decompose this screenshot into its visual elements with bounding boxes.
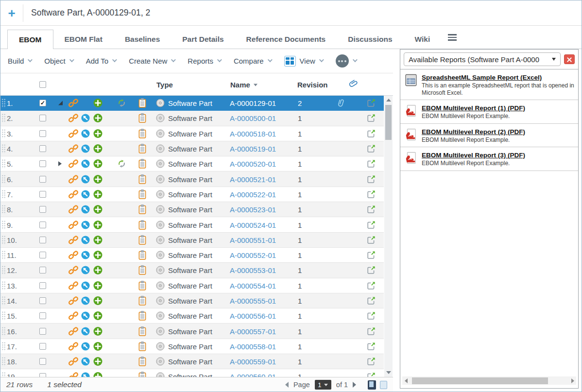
part-name-link[interactable]: A-0000554-01 <box>230 281 276 290</box>
link-chain-icon[interactable] <box>68 221 78 229</box>
scrollbar-thumb[interactable] <box>412 377 548 384</box>
close-icon[interactable] <box>564 54 575 64</box>
row-checkbox[interactable]: ✓ <box>39 130 46 137</box>
row-drag-handle[interactable] <box>1 357 6 366</box>
link-chain-icon[interactable] <box>68 114 78 122</box>
clipboard-icon[interactable] <box>138 220 146 230</box>
clipboard-icon[interactable] <box>138 281 146 290</box>
navigate-icon[interactable] <box>81 311 90 320</box>
row-checkbox[interactable]: ✓ <box>39 176 46 183</box>
add-plus-icon[interactable] <box>93 99 103 108</box>
table-row[interactable]: 18. ✓ <box>0 354 384 369</box>
row-checkbox[interactable]: ✓ <box>39 145 46 152</box>
open-item-icon[interactable] <box>367 296 376 305</box>
more-actions-menu[interactable] <box>336 54 356 68</box>
part-name-link[interactable]: A-0000522-01 <box>230 190 276 198</box>
hamburger-icon[interactable] <box>448 34 457 41</box>
table-row[interactable]: 1. ✓ <box>0 96 384 111</box>
navigate-icon[interactable] <box>81 114 90 122</box>
link-chain-icon[interactable] <box>68 190 78 199</box>
row-drag-handle[interactable] <box>1 372 6 377</box>
row-drag-handle[interactable] <box>1 189 6 199</box>
link-chain-icon[interactable] <box>68 159 78 168</box>
part-name-link[interactable]: A-0000521-01 <box>230 175 276 183</box>
navigate-icon[interactable] <box>81 251 90 259</box>
vertical-scrollbar[interactable] <box>384 96 393 377</box>
link-chain-icon[interactable] <box>68 266 78 274</box>
row-drag-handle[interactable] <box>1 159 6 169</box>
part-name-link[interactable]: A-0000556-01 <box>230 312 276 320</box>
expand-toggle-icon[interactable] <box>58 101 63 105</box>
navigate-icon[interactable] <box>81 357 90 366</box>
row-checkbox[interactable]: ✓ <box>39 343 46 350</box>
part-name-link[interactable]: A-0000129-01 <box>230 99 276 107</box>
row-drag-handle[interactable] <box>1 144 6 153</box>
link-chain-icon[interactable] <box>68 327 78 336</box>
report-link[interactable]: SpreadsheetML Sample Report (Excel) <box>422 74 542 81</box>
add-plus-icon[interactable] <box>93 372 103 377</box>
open-item-icon[interactable] <box>367 190 376 199</box>
row-checkbox[interactable]: ✓ <box>39 297 46 304</box>
navigate-icon[interactable] <box>81 205 90 214</box>
open-item-icon[interactable] <box>367 159 376 168</box>
add-plus-icon[interactable] <box>93 129 103 138</box>
link-chain-icon[interactable] <box>68 144 78 153</box>
row-checkbox[interactable]: ✓ <box>39 252 46 258</box>
link-chain-icon[interactable] <box>68 342 78 351</box>
view-menu[interactable]: View <box>284 56 323 67</box>
table-row[interactable]: 13. ✓ <box>0 278 384 293</box>
sync-arrows-icon[interactable] <box>118 99 126 107</box>
part-name-link[interactable]: A-0000555-01 <box>230 297 276 305</box>
open-item-icon[interactable] <box>367 357 376 366</box>
open-item-icon[interactable] <box>367 266 376 274</box>
row-drag-handle[interactable] <box>1 296 6 306</box>
add-plus-icon[interactable] <box>93 357 103 366</box>
tab-ebom[interactable]: EBOM <box>7 30 53 49</box>
build-menu[interactable]: Build <box>8 57 31 65</box>
add-plus-icon[interactable] <box>93 114 103 123</box>
create-new-menu[interactable]: Create New <box>129 57 174 65</box>
clipboard-icon[interactable] <box>138 357 146 366</box>
add-plus-icon[interactable] <box>93 174 103 184</box>
table-row[interactable]: 3. ✓ <box>0 126 384 141</box>
row-drag-handle[interactable] <box>1 326 6 336</box>
page-next-icon[interactable] <box>353 382 356 388</box>
part-name-link[interactable]: A-0000519-01 <box>230 145 276 153</box>
add-plus-icon[interactable] <box>93 266 103 275</box>
navigate-icon[interactable] <box>81 236 90 244</box>
add-plus-icon[interactable] <box>93 326 103 336</box>
open-item-icon[interactable] <box>367 281 376 290</box>
clipboard-icon[interactable] <box>138 159 146 169</box>
link-chain-icon[interactable] <box>68 372 78 377</box>
navigate-icon[interactable] <box>81 175 90 184</box>
clipboard-icon[interactable] <box>138 235 146 245</box>
scroll-right-icon[interactable] <box>569 376 576 385</box>
table-row[interactable]: 6. ✓ <box>0 171 384 187</box>
link-chain-icon[interactable] <box>68 205 78 214</box>
row-checkbox[interactable]: ✓ <box>39 373 46 377</box>
tab-reference-documents[interactable]: Reference Documents <box>235 30 337 49</box>
clipboard-icon[interactable] <box>138 250 146 260</box>
open-item-icon[interactable] <box>367 327 376 336</box>
row-checkbox[interactable]: ✓ <box>39 312 46 319</box>
table-row[interactable]: 9. ✓ <box>0 217 384 232</box>
tab-ebom-flat[interactable]: EBOM Flat <box>53 30 114 49</box>
clipboard-icon[interactable] <box>138 174 146 184</box>
table-row[interactable]: 5. ✓ <box>0 156 384 171</box>
row-checkbox[interactable]: ✓ <box>39 237 46 243</box>
part-name-link[interactable]: A-0000518-01 <box>230 129 276 137</box>
add-to-menu[interactable]: Add To <box>86 57 116 65</box>
report-link[interactable]: EBOM Multilevel Report (1) (PDF) <box>422 104 525 112</box>
column-header-name[interactable]: Name <box>230 80 257 88</box>
table-row[interactable]: 17. ✓ <box>0 339 384 354</box>
open-item-icon[interactable] <box>367 99 376 107</box>
row-checkbox[interactable]: ✓ <box>39 222 46 228</box>
clipboard-icon[interactable] <box>138 144 146 153</box>
open-item-icon[interactable] <box>367 311 376 320</box>
navigate-icon[interactable] <box>81 372 90 377</box>
column-header-revision[interactable]: Revision <box>297 80 328 88</box>
row-checkbox[interactable]: ✓ <box>39 358 46 365</box>
open-item-icon[interactable] <box>367 205 376 214</box>
add-plus-icon[interactable] <box>93 144 103 153</box>
scrollbar-thumb[interactable] <box>385 105 392 140</box>
